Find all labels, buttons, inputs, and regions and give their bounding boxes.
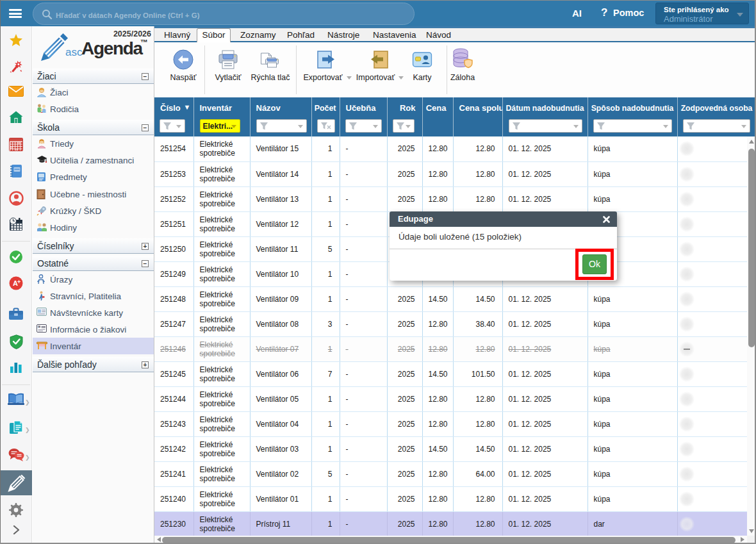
svg-text:A=: A= <box>38 326 40 329</box>
svg-text:+: + <box>17 279 21 285</box>
